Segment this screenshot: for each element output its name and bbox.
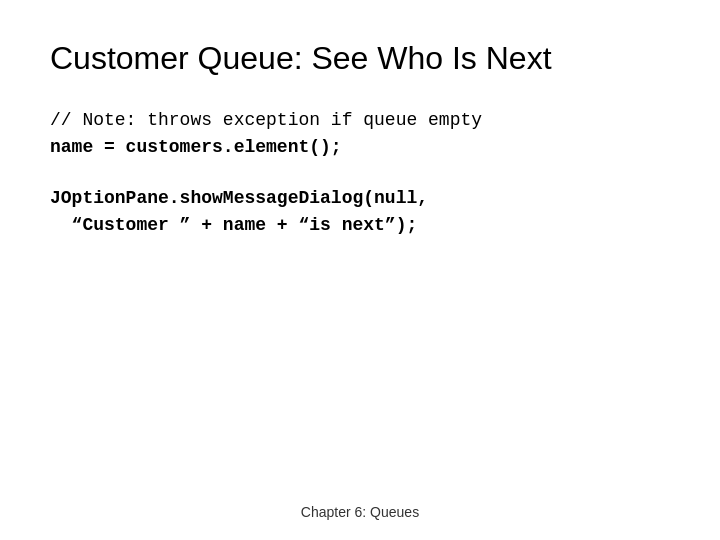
code-line-dialog: JOptionPane.showMessageDialog(null, <box>50 185 670 212</box>
code-line-comment: // Note: throws exception if queue empty <box>50 107 670 134</box>
slide-container: Customer Queue: See Who Is Next // Note:… <box>0 0 720 540</box>
code-line-dialog-2: “Customer ” + name + “is next”); <box>50 212 670 239</box>
slide-title: Customer Queue: See Who Is Next <box>50 40 670 77</box>
code-line-element: name = customers.element(); <box>50 134 670 161</box>
slide-footer: Chapter 6: Queues <box>0 504 720 520</box>
code-block-2: JOptionPane.showMessageDialog(null, “Cus… <box>50 185 670 239</box>
code-block-1: // Note: throws exception if queue empty… <box>50 107 670 161</box>
